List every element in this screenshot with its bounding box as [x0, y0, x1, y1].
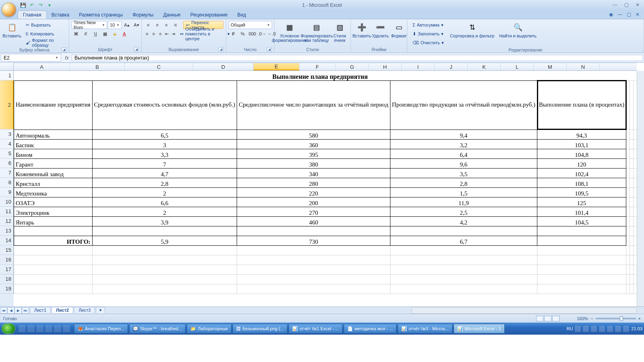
shrink-font-icon[interactable]: A▾	[132, 21, 141, 29]
qat-undo-icon[interactable]: ↶	[28, 2, 35, 9]
cell[interactable]	[537, 245, 626, 255]
cell[interactable]	[390, 226, 537, 236]
row-header-3[interactable]: 3	[0, 130, 14, 139]
cell[interactable]: 2,8	[92, 178, 237, 187]
font-color-icon[interactable]: A	[120, 30, 129, 38]
delete-cells-button[interactable]: ➖Удалить	[372, 21, 389, 39]
cell[interactable]	[630, 274, 634, 284]
cell[interactable]: 11,9	[390, 197, 537, 207]
cell[interactable]	[237, 226, 390, 236]
row-header-14[interactable]: 14	[0, 236, 14, 245]
cell[interactable]	[92, 274, 237, 284]
cell[interactable]: Среднегодовая стоимость основных фондов …	[92, 80, 237, 130]
cell[interactable]	[630, 265, 634, 274]
cell[interactable]	[626, 149, 630, 158]
cell[interactable]	[630, 207, 634, 216]
clear-button[interactable]: ⌫Очистить▾	[410, 39, 447, 47]
spreadsheet-grid[interactable]: ABCDEFGHIJKLMN 1234567891011121314151617…	[0, 63, 644, 306]
row-header-10[interactable]: 10	[0, 197, 14, 207]
cell[interactable]: Выполнение плана предприятия	[14, 71, 626, 80]
cell[interactable]	[14, 284, 93, 294]
taskbar-button[interactable]: 📊отчёт №3 - Micros...	[398, 324, 452, 333]
cell[interactable]	[390, 255, 537, 265]
cell[interactable]: 380	[237, 158, 390, 168]
cell[interactable]: Медтехника	[14, 187, 93, 197]
cell[interactable]	[626, 207, 630, 216]
qat-save-icon[interactable]: 💾	[19, 2, 27, 9]
cell[interactable]: 103,1	[537, 139, 626, 149]
zoom-slider[interactable]	[596, 318, 636, 319]
cell[interactable]: 395	[237, 149, 390, 158]
dialog-launcher-icon[interactable]: ◢	[267, 47, 272, 52]
cell[interactable]	[630, 226, 634, 236]
cell[interactable]	[14, 255, 93, 265]
font-size-combo[interactable]: 10▼	[108, 21, 122, 29]
col-header-G[interactable]: G	[336, 63, 369, 70]
comma-icon[interactable]: 000	[248, 30, 257, 38]
col-header-I[interactable]: I	[402, 63, 435, 70]
cell[interactable]	[537, 274, 626, 284]
taskbar-button[interactable]: 🦊Анастасия Перел...	[74, 324, 128, 333]
col-header-A[interactable]: A	[14, 63, 70, 70]
cell[interactable]	[237, 265, 390, 274]
row-header-9[interactable]: 9	[0, 187, 14, 197]
tab-review[interactable]: Рецензирование	[186, 11, 233, 19]
cell[interactable]	[626, 265, 630, 274]
cell[interactable]: Бином	[14, 149, 93, 158]
select-all-corner[interactable]	[0, 63, 14, 71]
ql-icon[interactable]	[36, 325, 43, 332]
merge-center-button[interactable]: ⇔Объединить и поместить в центре▾	[177, 30, 233, 38]
help-icon[interactable]: ◉	[608, 11, 614, 18]
tray-icon[interactable]	[615, 326, 621, 332]
row-header-7[interactable]: 7	[0, 168, 14, 178]
tray-icon[interactable]	[575, 326, 581, 332]
tab-page-layout[interactable]: Разметка страницы	[74, 11, 128, 19]
format-as-table-button[interactable]: ▤Форматировать как таблицу	[304, 21, 330, 43]
cell[interactable]: 3	[92, 139, 237, 149]
cell[interactable]: 94,3	[537, 130, 626, 139]
cell[interactable]	[626, 139, 630, 149]
cell[interactable]	[14, 245, 93, 255]
tab-view[interactable]: Вид	[232, 11, 251, 19]
align-right-icon[interactable]: ≡	[157, 30, 163, 38]
insert-cells-button[interactable]: ➕Вставить	[353, 21, 370, 39]
cell[interactable]	[237, 284, 390, 294]
cell[interactable]: 9,6	[390, 158, 537, 168]
row-header-17[interactable]: 17	[0, 265, 14, 274]
zoom-level[interactable]: 160%	[577, 316, 588, 321]
cell[interactable]	[626, 245, 630, 255]
row-header-11[interactable]: 11	[0, 207, 14, 216]
paste-button[interactable]: 📋 Вставить	[2, 21, 21, 39]
cell[interactable]	[626, 236, 630, 245]
cell[interactable]	[237, 245, 390, 255]
cell[interactable]: 270	[237, 207, 390, 216]
cell[interactable]: 7	[92, 158, 237, 168]
tab-data[interactable]: Данные	[158, 11, 185, 19]
align-top-icon[interactable]: ≡	[144, 21, 152, 29]
col-header-B[interactable]: B	[70, 63, 125, 70]
dialog-launcher-icon[interactable]: ◢	[62, 47, 66, 52]
cell[interactable]: Производство продукции за отчётный перио…	[390, 80, 537, 130]
align-middle-icon[interactable]: ≡	[153, 21, 161, 29]
taskbar-button[interactable]: 📁Лабораторные	[187, 324, 231, 333]
cell[interactable]	[630, 236, 634, 245]
cell[interactable]	[630, 255, 634, 265]
cell[interactable]	[626, 216, 630, 226]
cell[interactable]	[630, 80, 634, 130]
cell[interactable]: 104,5	[537, 216, 626, 226]
tab-home[interactable]: Главная	[18, 10, 47, 19]
column-headers[interactable]: ABCDEFGHIJKLMN	[14, 63, 637, 71]
row-header-19[interactable]: 19	[0, 284, 14, 294]
taskbar-button[interactable]: 📄методичка моя - ...	[344, 324, 396, 333]
col-header-D[interactable]: D	[193, 63, 254, 70]
formula-input[interactable]: Выполнение плана (в процентах)	[72, 55, 643, 61]
ribbon-close-icon[interactable]: ✕	[634, 11, 641, 18]
cell[interactable]: 109,5	[537, 187, 626, 197]
percent-icon[interactable]: %	[238, 30, 247, 38]
tray-clock[interactable]: 21:03	[631, 326, 642, 331]
cell[interactable]: 3,3	[92, 149, 237, 158]
ql-icon[interactable]	[63, 325, 70, 332]
row-header-1[interactable]: 1	[0, 71, 14, 80]
cell[interactable]	[630, 168, 634, 178]
dialog-launcher-icon[interactable]: ◢	[219, 47, 223, 52]
